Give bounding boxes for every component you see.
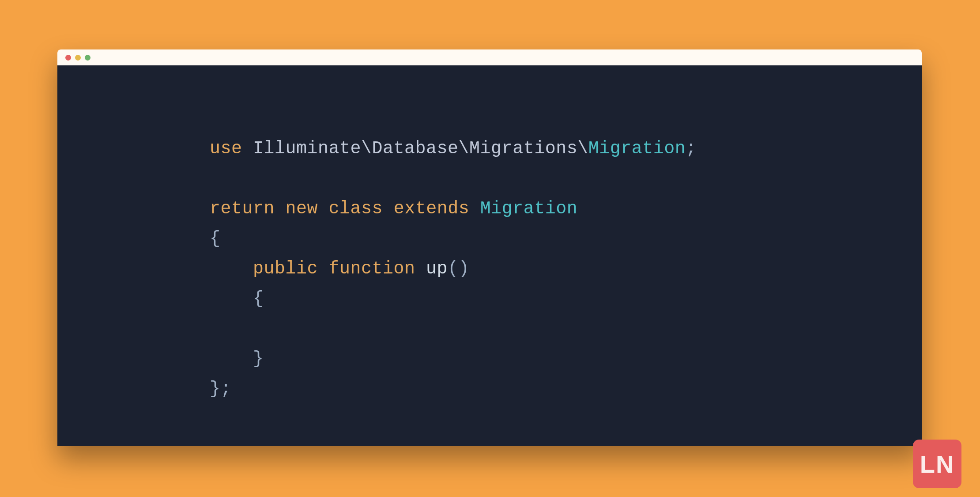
class-name-migration: Migration (588, 139, 686, 159)
namespace-path: Illuminate\Database\Migrations\ (253, 139, 588, 159)
brace-close-inner: } (253, 349, 264, 369)
code-editor: use Illuminate\Database\Migrations\Migra… (57, 65, 922, 446)
indent (210, 289, 253, 309)
indent (210, 349, 253, 369)
function-name-up: up (426, 259, 448, 279)
keyword-new: new (286, 199, 318, 219)
paren-open: ( (448, 259, 459, 279)
brace-open-inner: { (253, 289, 264, 309)
semicolon: ; (686, 139, 697, 159)
keyword-return: return (210, 199, 275, 219)
close-icon[interactable] (65, 55, 71, 61)
code-window: use Illuminate\Database\Migrations\Migra… (57, 49, 922, 446)
keyword-class: class (329, 199, 383, 219)
keyword-extends: extends (394, 199, 470, 219)
paren-close: ) (459, 259, 470, 279)
brand-logo-text: LN (920, 450, 955, 478)
brace-close-semi: }; (210, 379, 231, 399)
maximize-icon[interactable] (85, 55, 90, 61)
brand-logo: LN (913, 440, 961, 488)
indent (210, 259, 253, 279)
keyword-function: function (329, 259, 415, 279)
code-block: use Illuminate\Database\Migrations\Migra… (210, 134, 697, 404)
window-titlebar (57, 49, 922, 65)
minimize-icon[interactable] (75, 55, 81, 61)
type-migration: Migration (480, 199, 578, 219)
keyword-public: public (253, 259, 318, 279)
brace-open: { (210, 229, 221, 249)
keyword-use: use (210, 139, 242, 159)
